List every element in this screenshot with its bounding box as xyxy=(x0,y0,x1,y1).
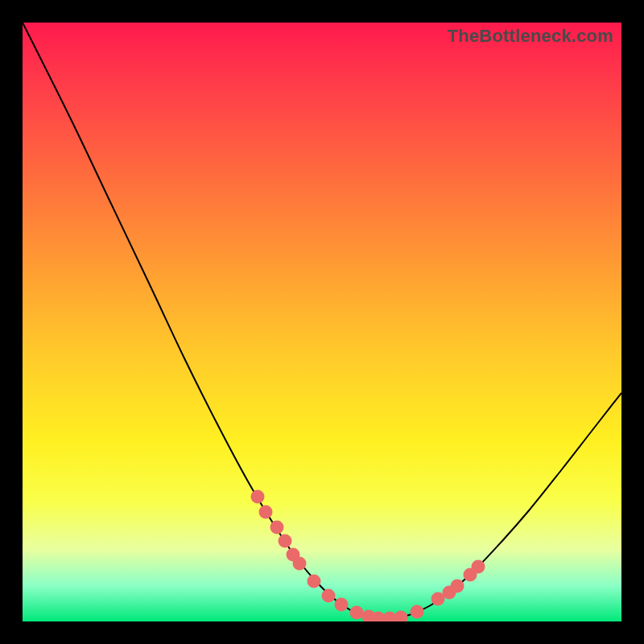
curve-marker xyxy=(279,535,292,548)
curve-layer xyxy=(23,23,621,621)
chart-frame: TheBottleneck.com xyxy=(0,0,644,644)
curve-marker xyxy=(251,490,265,504)
curve-markers xyxy=(251,490,485,622)
curve-marker xyxy=(394,611,408,622)
curve-marker xyxy=(411,605,424,619)
curve-marker xyxy=(322,589,336,603)
bottleneck-curve xyxy=(23,23,621,619)
curve-marker xyxy=(472,560,485,574)
plot-area: TheBottleneck.com xyxy=(23,23,621,621)
curve-marker xyxy=(335,598,349,612)
curve-marker xyxy=(259,506,273,519)
curve-marker xyxy=(451,580,464,593)
curve-marker xyxy=(270,521,284,535)
curve-marker xyxy=(350,606,364,620)
curve-marker xyxy=(308,575,321,588)
curve-marker xyxy=(293,557,307,571)
